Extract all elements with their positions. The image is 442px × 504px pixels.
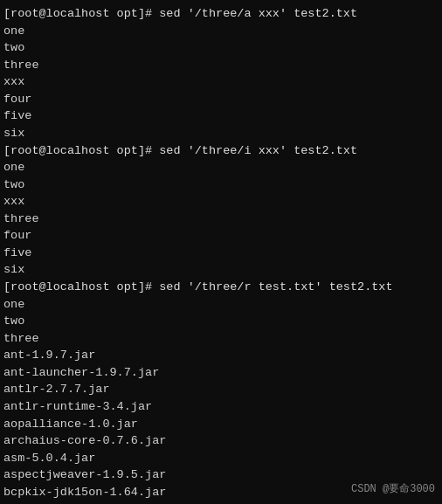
output-line: one [3,296,439,314]
output-line: two [3,176,439,194]
output-line: three [3,330,439,348]
prompt-line: [root@localhost opt]# sed '/three/i xxx'… [3,142,439,160]
output-line: six [3,125,439,142]
output-line: two [3,39,439,57]
output-line: antlr-runtime-3.4.jar [3,398,439,416]
output-line: bcprov-jdk15-1.46.jar [3,501,439,504]
watermark: CSDN @要命3000 [351,482,435,497]
output-line: ant-1.9.7.jar [3,347,439,364]
output-line: xxx [3,73,439,91]
prompt-line: [root@localhost opt]# sed '/three/r test… [3,279,439,296]
output-line: antlr-2.7.7.jar [3,381,439,398]
output-line: five [3,107,439,125]
output-line: xxx [3,193,439,211]
output-line: aopalliance-1.0.jar [3,416,439,433]
output-line: six [3,261,439,279]
output-line: two [3,313,439,330]
prompt-line: [root@localhost opt]# sed '/three/a xxx'… [3,5,439,23]
output-line: ant-launcher-1.9.7.jar [3,364,439,382]
terminal: [root@localhost opt]# sed '/three/a xxx'… [0,0,442,504]
output-line: three [3,211,439,228]
output-line: one [3,159,439,176]
output-line: five [3,245,439,262]
output-line: four [3,91,439,108]
output-line: one [3,23,439,40]
output-line: three [3,57,439,74]
output-line: four [3,227,439,245]
output-line: archaius-core-0.7.6.jar [3,432,439,450]
output-line: asm-5.0.4.jar [3,450,439,467]
